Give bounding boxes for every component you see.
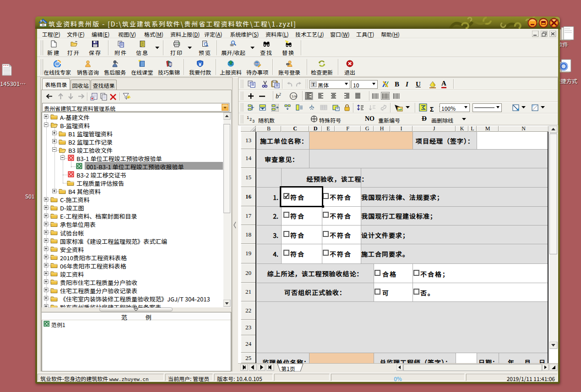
svg-text:DVD: DVD [255, 63, 259, 64]
svg-text:2: 2 [250, 117, 252, 122]
svg-text:T: T [312, 81, 315, 87]
svg-text:1: 1 [247, 115, 249, 120]
svg-text:3: 3 [252, 119, 255, 123]
svg-text:1/a: 1/a [292, 94, 297, 98]
